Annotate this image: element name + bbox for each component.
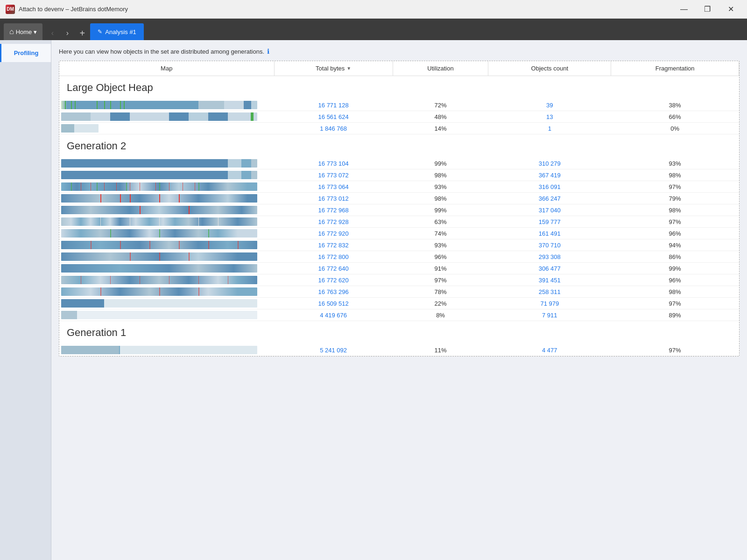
- total-bytes-cell: 16 771 128: [274, 99, 393, 111]
- col-map-label: Map: [161, 65, 172, 72]
- total-bytes-cell: 16 772 968: [274, 204, 393, 216]
- utilization-cell: 93%: [393, 239, 488, 251]
- col-total-bytes-label: Total bytes: [316, 65, 345, 72]
- table-row[interactable]: 16 772 80096%293 30886%: [59, 251, 739, 263]
- table-row[interactable]: 16 561 62448%1366%: [59, 111, 739, 123]
- map-cell: [59, 158, 274, 169]
- fragmentation-cell: 98%: [611, 169, 739, 181]
- objects-count-cell: 316 091: [488, 181, 611, 193]
- total-bytes-cell: 16 772 920: [274, 228, 393, 239]
- col-fragmentation-label: Fragmentation: [655, 65, 695, 72]
- minimize-button[interactable]: —: [673, 2, 695, 16]
- table-row[interactable]: 5 241 09211%4 47797%: [59, 344, 739, 356]
- table-row[interactable]: 16 773 06493%316 09197%: [59, 181, 739, 193]
- tab-bar: ⌂ Home ▾ ‹ › + ✎ Analysis #1: [0, 19, 747, 40]
- table-row[interactable]: 16 773 01298%366 24779%: [59, 193, 739, 204]
- map-cell: [59, 216, 274, 228]
- objects-count-cell: 391 451: [488, 274, 611, 286]
- table-row[interactable]: 16 509 51222%71 97997%: [59, 298, 739, 309]
- info-icon: ℹ: [267, 48, 269, 55]
- utilization-cell: 99%: [393, 158, 488, 169]
- utilization-cell: 48%: [393, 111, 488, 123]
- objects-count-cell: 306 477: [488, 263, 611, 274]
- window-controls: — ❐ ✕: [673, 2, 741, 16]
- total-bytes-cell: 16 773 012: [274, 193, 393, 204]
- total-bytes-cell: 16 561 624: [274, 111, 393, 123]
- close-button[interactable]: ✕: [720, 2, 741, 16]
- map-cell: [59, 111, 274, 123]
- utilization-cell: 8%: [393, 309, 488, 321]
- content-area: Here you can view how objects in the set…: [51, 40, 747, 560]
- objects-count-cell: 13: [488, 111, 611, 123]
- table-row[interactable]: 16 772 83293%370 71094%: [59, 239, 739, 251]
- home-button[interactable]: ⌂ Home ▾: [4, 23, 42, 40]
- table-row[interactable]: 16 772 64091%306 47799%: [59, 263, 739, 274]
- utilization-cell: 63%: [393, 216, 488, 228]
- fragmentation-cell: 97%: [611, 181, 739, 193]
- sidebar-item-profiling[interactable]: Profiling: [0, 44, 51, 62]
- table-row[interactable]: 16 771 12872%3938%: [59, 99, 739, 111]
- col-total-bytes[interactable]: Total bytes ▼: [274, 61, 393, 76]
- table-row[interactable]: 16 772 96899%317 04098%: [59, 204, 739, 216]
- objects-count-cell: 317 040: [488, 204, 611, 216]
- objects-count-cell: 366 247: [488, 193, 611, 204]
- table-row[interactable]: 1 846 76814%10%: [59, 123, 739, 134]
- info-bar: Here you can view how objects in the set…: [59, 48, 740, 55]
- table-row[interactable]: 16 772 62097%391 45196%: [59, 274, 739, 286]
- title-bar: DM Attach to devenv – JetBrains dotMemor…: [0, 0, 747, 19]
- objects-count-cell: 39: [488, 99, 611, 111]
- map-cell: [59, 181, 274, 193]
- fragmentation-cell: 97%: [611, 298, 739, 309]
- map-cell: [59, 193, 274, 204]
- utilization-cell: 98%: [393, 169, 488, 181]
- data-table-container: Map Total bytes ▼ Utilization Ob: [59, 61, 740, 357]
- section-title-0: Large Object Heap: [59, 76, 739, 100]
- section-header-2: Generation 1: [59, 321, 739, 345]
- section-header-1: Generation 2: [59, 134, 739, 158]
- total-bytes-cell: 16 773 064: [274, 181, 393, 193]
- table-row[interactable]: 16 763 29678%258 31198%: [59, 286, 739, 298]
- maximize-button[interactable]: ❐: [697, 2, 718, 16]
- total-bytes-cell: 16 772 832: [274, 239, 393, 251]
- nav-forward-button[interactable]: ›: [60, 26, 74, 40]
- objects-count-cell: 161 491: [488, 228, 611, 239]
- col-map: Map: [59, 61, 274, 76]
- objects-count-cell: 71 979: [488, 298, 611, 309]
- edit-icon: ✎: [98, 28, 102, 35]
- section-title-1: Generation 2: [59, 134, 739, 158]
- table-row[interactable]: 16 773 10499%310 27993%: [59, 158, 739, 169]
- map-cell: [59, 228, 274, 239]
- col-objects-count-label: Objects count: [531, 65, 569, 72]
- objects-count-cell: 7 911: [488, 309, 611, 321]
- fragmentation-cell: 97%: [611, 344, 739, 356]
- analysis-tab-label: Analysis #1: [105, 28, 136, 35]
- utilization-cell: 14%: [393, 123, 488, 134]
- utilization-cell: 96%: [393, 251, 488, 263]
- fragmentation-cell: 99%: [611, 263, 739, 274]
- col-fragmentation: Fragmentation: [611, 61, 739, 76]
- map-cell: [59, 99, 274, 111]
- map-cell: [59, 344, 274, 356]
- map-cell: [59, 251, 274, 263]
- generations-table: Map Total bytes ▼ Utilization Ob: [59, 61, 739, 356]
- fragmentation-cell: 66%: [611, 111, 739, 123]
- fragmentation-cell: 96%: [611, 228, 739, 239]
- nav-back-button[interactable]: ‹: [45, 26, 59, 40]
- table-row[interactable]: 16 772 92074%161 49196%: [59, 228, 739, 239]
- home-icon: ⌂: [9, 28, 14, 36]
- total-bytes-cell: 16 773 072: [274, 169, 393, 181]
- objects-count-cell: 310 279: [488, 158, 611, 169]
- utilization-cell: 78%: [393, 286, 488, 298]
- utilization-cell: 72%: [393, 99, 488, 111]
- add-tab-button[interactable]: +: [75, 26, 89, 40]
- fragmentation-cell: 96%: [611, 274, 739, 286]
- fragmentation-cell: 98%: [611, 204, 739, 216]
- analysis-tab[interactable]: ✎ Analysis #1: [90, 23, 143, 40]
- total-bytes-cell: 1 846 768: [274, 123, 393, 134]
- total-bytes-cell: 16 509 512: [274, 298, 393, 309]
- section-title-2: Generation 1: [59, 321, 739, 345]
- table-row[interactable]: 4 419 6768%7 91189%: [59, 309, 739, 321]
- table-row[interactable]: 16 773 07298%367 41998%: [59, 169, 739, 181]
- total-bytes-cell: 16 772 928: [274, 216, 393, 228]
- table-row[interactable]: 16 772 92863%159 77797%: [59, 216, 739, 228]
